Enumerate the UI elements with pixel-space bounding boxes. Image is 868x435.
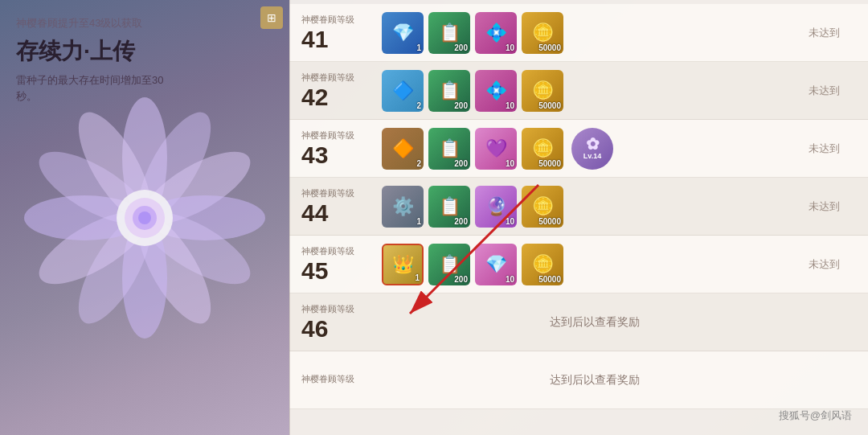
tile-icon-43 (439, 138, 461, 159)
item-green-tile-45: 200 (428, 244, 470, 285)
item-gold-coin-43: 50000 (522, 128, 563, 170)
reward-list: 神樱眷顾等级 41 1 200 10 (289, 0, 868, 435)
tile-icon-44 (439, 196, 461, 217)
skill-title: 存续力·上传 (16, 36, 135, 67)
coin-icon-45 (532, 254, 554, 275)
item-count-tool-44: 1 (416, 218, 421, 226)
item-count-tile-42: 200 (454, 102, 468, 110)
item-pink-crystal-42: 10 (475, 70, 517, 112)
item-green-tile-41: 200 (428, 12, 470, 54)
flower-decoration (16, 89, 273, 347)
status-44: 未达到 (792, 199, 856, 214)
watermark-text: 搜狐号@剑风语 (779, 409, 852, 421)
level-label-text-43: 神樱眷顾等级 (301, 129, 382, 142)
level-label-text-46: 神樱眷顾等级 (301, 303, 382, 315)
item-tool-44: 1 (382, 186, 424, 228)
item-count-coin-45: 50000 (538, 276, 561, 284)
tile-icon-41 (439, 23, 461, 43)
item-gem2-42: 🔷 2 (382, 70, 424, 112)
status-45: 未达到 (792, 257, 856, 272)
level-number-43: 43 (301, 142, 328, 168)
item-green-tile-43: 200 (428, 128, 470, 170)
items-44: 1 200 🔮 10 50000 (382, 186, 792, 228)
level-number-46: 46 (301, 315, 328, 342)
gem-icon-41 (392, 23, 414, 43)
level-number-44: 44 (301, 199, 328, 226)
level-label-text-47: 神樱眷顾等级 (301, 373, 382, 385)
status-43: 未达到 (792, 142, 856, 156)
level-label-text-42: 神樱眷顾等级 (301, 72, 382, 84)
item-gold-coin-41: 50000 (522, 12, 563, 54)
level-number-45: 45 (301, 257, 328, 284)
status-41: 未达到 (792, 26, 856, 40)
skill-description: 雷种子的最大存在时间增加至30秒。 (16, 72, 177, 104)
item-gold-coin-44: 50000 (522, 186, 563, 228)
level-label-47: 神樱眷顾等级 (301, 373, 382, 387)
status-42: 未达到 (792, 84, 856, 98)
item-count-tile-43: 200 (454, 160, 468, 168)
item-count-crystal3-44: 10 (506, 218, 514, 226)
item-count-tile-41: 200 (454, 44, 468, 52)
svg-point-15 (138, 211, 151, 224)
item-count-crystal-41: 10 (506, 44, 514, 52)
level-label-41: 神樱眷顾等级 41 (301, 14, 382, 51)
reward-row-44: 神樱眷顾等级 44 1 200 🔮 10 (289, 178, 868, 236)
item-crystal4-45: 💎 10 (475, 244, 517, 285)
item-count-crystal-42: 10 (506, 102, 514, 110)
items-43: 2 200 💜 10 50000 (382, 128, 792, 170)
watermark: 搜狐号@剑风语 (779, 408, 852, 423)
level-label-text-45: 神樱眷顾等级 (301, 245, 382, 257)
item-count-gem-41: 1 (416, 44, 421, 52)
coin-icon-41 (532, 23, 554, 43)
item-count-coin-42: 50000 (538, 102, 561, 110)
level-number-41: 41 (301, 26, 328, 52)
see-reward-47: 达到后以查看奖励 (398, 373, 792, 388)
item-count-crystal4-45: 10 (506, 276, 514, 284)
items-42: 🔷 2 200 10 50000 (382, 70, 792, 112)
crystal-icon-41 (485, 23, 507, 43)
item-crystal3-44: 🔮 10 (475, 186, 517, 228)
level-label-42: 神樱眷顾等级 42 (301, 72, 382, 109)
item-count-gem2-42: 2 (416, 102, 421, 110)
main-container: ⊞ 神樱眷顾提升至43级以获取 存续力·上传 雷种子的最大存在时间增加至30秒。… (0, 0, 868, 435)
item-count-crystal2-43: 10 (506, 160, 514, 168)
level-label-text-41: 神樱眷顾等级 (301, 14, 382, 26)
item-gold-coin-45: 50000 (522, 244, 563, 285)
coin-icon-42 (532, 80, 554, 101)
item-count-coin-43: 50000 (538, 160, 561, 168)
coin-icon-44 (532, 196, 554, 217)
item-count-tile-44: 200 (454, 218, 468, 226)
corner-decoration: ⊞ (260, 6, 283, 29)
reward-row-43: 神樱眷顾等级 43 2 200 💜 10 (289, 120, 868, 178)
items-45: 1 200 💎 10 50000 (382, 244, 792, 285)
item-crown-45: 1 (382, 244, 424, 285)
items-41: 1 200 10 50000 (382, 12, 792, 54)
coin-icon-43 (532, 138, 554, 159)
item-gold-coin-42: 50000 (522, 70, 563, 112)
badge-level-43: Lv.14 (583, 152, 601, 161)
level-number-42: 42 (301, 84, 328, 110)
level-label-43: 神樱眷顾等级 43 (301, 129, 382, 167)
item-count-crown-45: 1 (415, 274, 420, 282)
item-crystal2-43: 💜 10 (475, 128, 517, 170)
tool-icon-44 (392, 196, 414, 217)
level-label-45: 神樱眷顾等级 45 (301, 245, 382, 283)
prereq-text: 神樱眷顾提升至43级以获取 (16, 16, 142, 31)
brown-gem-icon-43 (392, 138, 414, 159)
reward-row-46: 神樱眷顾等级 46 达到后以查看奖励 (289, 293, 868, 351)
crystal-icon-42 (485, 80, 507, 101)
reward-row-41: 神樱眷顾等级 41 1 200 10 (289, 4, 868, 62)
crown-icon-45 (392, 254, 414, 275)
flower-icon-43 (586, 136, 600, 152)
bonus-badge-43: Lv.14 (571, 128, 613, 170)
tile-icon-45 (439, 254, 461, 275)
item-count-coin-44: 50000 (538, 218, 561, 226)
item-brown-gem-43: 2 (382, 128, 424, 170)
item-count-tile-45: 200 (454, 276, 468, 284)
reward-row-42: 神樱眷顾等级 42 🔷 2 200 10 (289, 62, 868, 120)
item-green-tile-44: 200 (428, 186, 470, 228)
level-label-text-44: 神樱眷顾等级 (301, 187, 382, 199)
reward-row-45: 神樱眷顾等级 45 1 200 💎 10 (289, 236, 868, 293)
item-green-tile-42: 200 (428, 70, 470, 112)
item-count-coin-41: 50000 (538, 44, 561, 52)
